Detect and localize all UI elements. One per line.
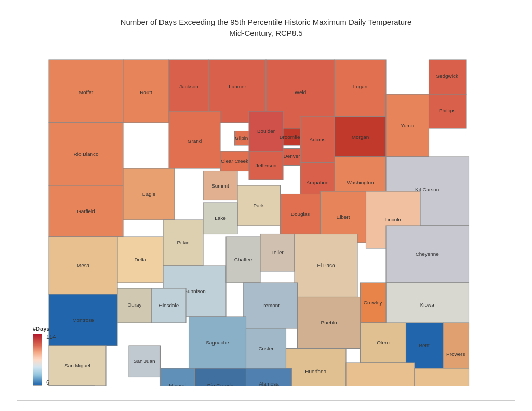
chart-title: Number of Days Exceeding the 95th Percen… (22, 17, 510, 38)
county-custer (246, 328, 286, 368)
map-area: Moffat Routt Jackson Larimer Weld Logan … (22, 43, 510, 386)
title-line1: Number of Days Exceeding the 95th Percen… (22, 17, 510, 28)
county-las-animas (346, 363, 415, 386)
county-chaffee (226, 237, 260, 283)
county-morgan (335, 117, 386, 157)
county-fremont (243, 283, 298, 328)
county-broomfield (283, 128, 300, 145)
county-phillips (429, 94, 467, 128)
county-lake (203, 203, 237, 234)
county-adams (300, 117, 335, 163)
county-bent (406, 323, 444, 368)
county-denver (283, 148, 300, 165)
county-summit (203, 171, 237, 200)
county-pueblo (298, 297, 361, 348)
county-grand (169, 111, 220, 168)
county-kiowa (386, 283, 469, 328)
county-alamosa (246, 368, 292, 386)
county-moffat (49, 60, 123, 123)
legend-max-label: 114 (46, 334, 56, 340)
county-mineral (161, 368, 195, 386)
legend-title: #Days (33, 326, 49, 332)
county-logan (335, 60, 386, 117)
county-rio-grande (195, 368, 246, 386)
county-garfield (49, 185, 123, 237)
county-cheyenne (386, 226, 469, 283)
legend-row: 114 6 (33, 334, 56, 386)
county-ouray (117, 288, 152, 323)
colorado-map-svg: Moffat Routt Jackson Larimer Weld Logan … (22, 43, 510, 386)
county-pitkin (163, 220, 203, 266)
county-el-paso (295, 234, 357, 297)
chart-container: Number of Days Exceeding the 95th Percen… (17, 11, 515, 401)
county-huerfano (286, 348, 347, 386)
county-gilpin (235, 131, 249, 145)
county-crowley (361, 283, 387, 323)
county-baca (415, 368, 469, 386)
county-sedgwick (429, 60, 467, 94)
title-line2: Mid-Century, RCP8.5 (22, 28, 510, 38)
county-eagle (123, 168, 175, 220)
county-teller (260, 234, 295, 271)
county-douglas (281, 194, 321, 234)
county-jefferson (249, 151, 283, 180)
county-boulder (249, 111, 283, 151)
legend-gradient-bar (33, 334, 42, 386)
county-otero (361, 323, 406, 363)
legend: #Days 114 6 (33, 326, 56, 386)
county-jackson (169, 60, 209, 111)
county-park (237, 185, 281, 226)
county-san-juan (129, 346, 161, 377)
county-saguache (189, 317, 246, 368)
county-hinsdale (152, 288, 186, 323)
county-rio-blanco (49, 123, 123, 185)
county-montrose (49, 294, 117, 346)
county-routt (123, 60, 169, 123)
county-delta (117, 237, 163, 283)
county-clear-creek (220, 151, 249, 171)
county-san-miguel (49, 346, 106, 386)
county-yuma (386, 94, 429, 157)
legend-min-label: 6 (46, 379, 56, 386)
county-mesa (49, 237, 117, 294)
